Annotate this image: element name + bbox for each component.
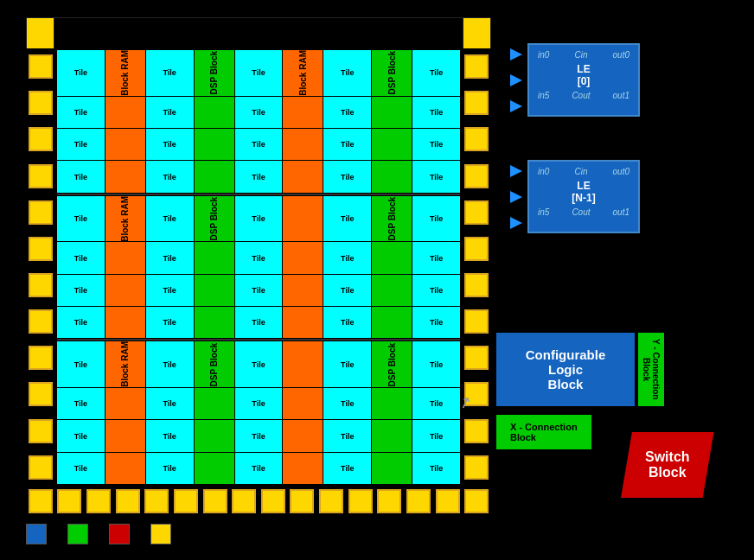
- le-n-in5-label: in5: [538, 207, 549, 217]
- io-tile-left: [29, 200, 53, 225]
- tile: Tile: [323, 242, 371, 273]
- le-in5-label: in5: [538, 91, 549, 100]
- io-tile-bottom: [57, 489, 81, 513]
- input-arrow: [510, 100, 522, 112]
- tile: Tile: [57, 161, 105, 192]
- block-ram: [105, 129, 145, 160]
- io-tile-left: [29, 346, 53, 370]
- block-ram: Block RAM: [105, 50, 145, 96]
- tile: Tile: [235, 307, 283, 338]
- legend-box-blue: [26, 524, 47, 544]
- fpga-grid: Tile Block RAM Tile DSP Block Tile Block…: [26, 17, 491, 517]
- io-tile-right: [464, 419, 489, 443]
- tile: Tile: [235, 161, 283, 192]
- block-ram: [283, 196, 323, 242]
- block-ram: Block RAM: [283, 50, 323, 96]
- dsp-block: DSP Block: [195, 341, 234, 387]
- tile: Tile: [323, 50, 371, 96]
- block-ram: [105, 307, 145, 338]
- dsp-block: [372, 388, 412, 419]
- le-diagram-n: in0 Cin out0 LE[N-1] in5 Cout out1: [510, 160, 640, 233]
- dsp-block: DSP Block: [372, 50, 412, 96]
- le-cin-label: Cin: [574, 50, 587, 60]
- io-tile-right: [464, 346, 489, 370]
- tile: Tile: [235, 97, 283, 128]
- tile: Tile: [57, 50, 105, 96]
- le-box: in0 Cin out0 LE[0] in5 Cout out1: [527, 43, 640, 117]
- block-ram: Block RAM: [105, 341, 145, 387]
- io-tile-right: [464, 237, 489, 261]
- block-ram: [105, 453, 145, 484]
- legend-item-yellow: [150, 524, 171, 544]
- tile: Tile: [235, 341, 283, 387]
- dsp-block: [372, 453, 412, 484]
- le-diagram-0: in0 Cin out0 LE[0] in5 Cout out1: [510, 43, 640, 117]
- input-arrow: [510, 165, 522, 177]
- io-tile-left: [29, 455, 53, 480]
- block-ram: [105, 97, 145, 128]
- tile: Tile: [412, 242, 460, 273]
- tile: Tile: [146, 50, 194, 96]
- block-ram: [283, 242, 323, 273]
- dsp-block: DSP Block: [195, 50, 234, 96]
- input-arrow: [510, 74, 522, 86]
- dsp-block: [195, 420, 234, 451]
- block-ram: [283, 420, 323, 451]
- tile: Tile: [412, 97, 460, 128]
- block-ram: [105, 275, 145, 306]
- io-tile-bottom: [116, 489, 140, 513]
- dsp-block: [372, 129, 412, 160]
- legend-item-red: [109, 524, 130, 544]
- io-tile-right: [464, 91, 489, 115]
- io-tile-bottom: [436, 489, 460, 513]
- input-arrow: [510, 217, 522, 229]
- tile: Tile: [323, 161, 371, 192]
- dsp-block: DSP Block: [372, 196, 412, 242]
- dsp-block: DSP Block: [195, 196, 234, 242]
- y-connection-block: Y - ConnectionBlock: [638, 333, 664, 406]
- dsp-block: [195, 307, 234, 338]
- tile: Tile: [323, 97, 371, 128]
- tile: Tile: [146, 196, 194, 242]
- dsp-block: [195, 453, 234, 484]
- le-n-box: in0 Cin out0 LE[N-1] in5 Cout out1: [527, 160, 640, 233]
- legend-box-yellow: [150, 524, 171, 544]
- tile: Tile: [235, 420, 283, 451]
- tile: Tile: [57, 307, 105, 338]
- io-tile-bottom: [464, 489, 489, 513]
- le-n-out1-label: out1: [613, 207, 629, 217]
- tile: Tile: [57, 420, 105, 451]
- io-tile-bottom: [348, 489, 373, 513]
- block-ram: [105, 161, 145, 192]
- le-n-cin-label: Cin: [574, 167, 587, 176]
- io-tile-right: [464, 164, 489, 188]
- block-ram: [283, 388, 323, 419]
- io-tile-bottom: [406, 489, 431, 513]
- le-cout-label: Cout: [572, 91, 590, 100]
- io-tile-left: [29, 382, 53, 406]
- dsp-block: DSP Block: [372, 341, 412, 387]
- io-tile-bottom: [319, 489, 343, 513]
- le-n-out0-label: out0: [613, 167, 629, 176]
- tile: Tile: [146, 275, 194, 306]
- legend-box-green: [67, 524, 88, 544]
- dsp-block: [372, 97, 412, 128]
- tile: Tile: [146, 307, 194, 338]
- dsp-block: [372, 161, 412, 192]
- tile: Tile: [57, 129, 105, 160]
- tile: Tile: [235, 388, 283, 419]
- io-tile-right: [464, 273, 489, 297]
- io-tile-right: [464, 455, 489, 480]
- tile: Tile: [412, 275, 460, 306]
- input-arrow: [510, 48, 522, 60]
- tile: Tile: [412, 50, 460, 96]
- io-tile-left: [29, 164, 53, 188]
- dsp-block: [372, 242, 412, 273]
- tile: Tile: [235, 129, 283, 160]
- io-tile-bottom: [174, 489, 198, 513]
- tile: Tile: [323, 275, 371, 306]
- tile: Tile: [146, 341, 194, 387]
- switch-block: SwitchBlock: [621, 432, 714, 498]
- io-tile-left: [29, 237, 53, 261]
- block-ram: [283, 307, 323, 338]
